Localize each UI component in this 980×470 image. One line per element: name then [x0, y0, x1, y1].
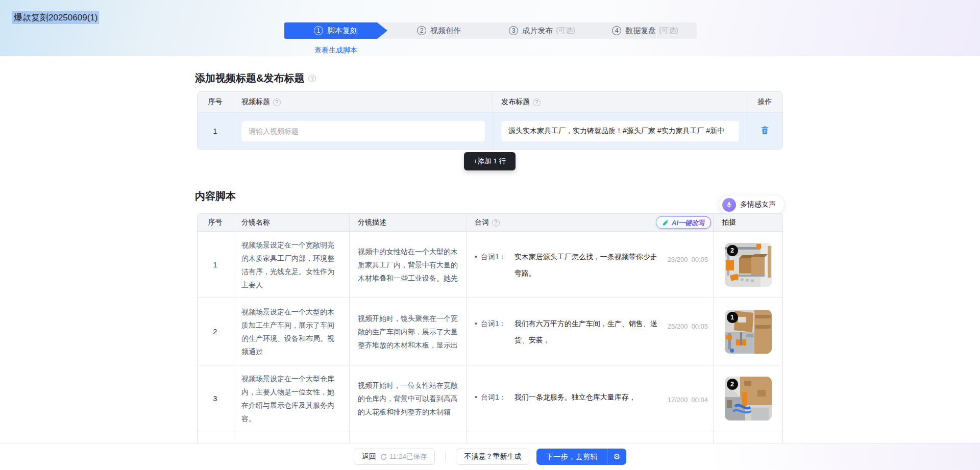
- duration: 00:05: [691, 318, 708, 348]
- dialogue-text[interactable]: 实木家居源头工厂怎么找，一条视频带你少走弯路。: [514, 249, 664, 281]
- help-icon[interactable]: [533, 98, 541, 106]
- column-header-shoot: 拍摄: [713, 214, 782, 231]
- column-header-index: 序号: [198, 92, 233, 112]
- script-row: 1 视频场景设定在一个宽敞明亮的木质家具工厂内部，环境整洁有序，光线充足。女性作…: [198, 231, 782, 298]
- row-index: 1: [198, 113, 233, 149]
- shot-name-cell[interactable]: 视频场景设定在一个大型仓库内，主要人物是一位女性，她在介绍与展示仓库及其服务内容…: [233, 365, 349, 432]
- line-label: 台词1：: [481, 249, 506, 281]
- shot-thumbnail[interactable]: 2: [725, 377, 772, 420]
- duration: 00:05: [691, 252, 708, 281]
- content-script-heading: 内容脚本: [195, 189, 236, 203]
- help-icon[interactable]: [273, 98, 281, 106]
- shot-desc-cell[interactable]: 视频中的女性站在一个大型的木质家具工厂内，背景中有大量的木材堆叠和一些工业设备。…: [349, 232, 466, 298]
- divider: [445, 452, 446, 461]
- shot-name-cell[interactable]: 视频场景设定在一个大型的木质加工生产车间，展示了车间的生产环境、设备和布局。视频…: [233, 298, 349, 365]
- view-generated-script-link[interactable]: 查看生成脚本: [284, 46, 387, 55]
- char-counter: 25/200: [668, 318, 688, 348]
- shot-desc-cell[interactable]: 视频开始时，一位女性站在宽敞的仓库内，背景中可以看到高高的天花板和排列整齐的木制…: [349, 365, 466, 432]
- bullet-icon: [475, 249, 477, 281]
- column-header-actions: 操作: [747, 92, 782, 112]
- step-script-replicate[interactable]: 1 脚本复刻: [284, 22, 387, 39]
- bullet-icon: [475, 315, 477, 348]
- row-index: 3: [198, 365, 233, 432]
- row-index: 1: [198, 232, 233, 298]
- content-script-table: 序号 分镜名称 分镜描述 台词 AI一键改写 拍摄 1: [197, 213, 783, 470]
- trash-icon: [761, 126, 769, 136]
- step-number-circle: 3: [509, 26, 518, 35]
- dialogue-text[interactable]: 我们有六万平方的生产车间，生产、销售、送货、安装，: [514, 315, 664, 348]
- line-label: 台词1：: [481, 389, 506, 408]
- add-row-button[interactable]: +添加 1 行: [464, 152, 516, 170]
- main-content: 添加视频标题&发布标题 序号 视频标题 发布标题 操作 1: [0, 56, 980, 470]
- document-title[interactable]: 爆款复刻20250609(1): [12, 11, 99, 24]
- step-publish[interactable]: 3 成片发布 (可选): [491, 22, 594, 39]
- line-label: 台词1：: [481, 315, 506, 348]
- ai-pen-icon: [662, 219, 669, 226]
- line-meta: 23/200 00:05: [668, 249, 708, 281]
- line-meta: 17/200 00:04: [668, 389, 708, 408]
- row-index: 2: [198, 298, 233, 365]
- titles-table-header: 序号 视频标题 发布标题 操作: [198, 92, 782, 112]
- count-badge: 1: [727, 312, 738, 323]
- titles-table: 序号 视频标题 发布标题 操作 1: [197, 91, 783, 150]
- column-header-publish-title: 发布标题: [493, 92, 747, 112]
- app-window: 爆款复刻20250609(1) 1 脚本复刻 2 视频创作 3 成片发布 (可选…: [0, 0, 980, 470]
- shot-thumbnail[interactable]: 1: [725, 310, 772, 354]
- column-header-shot-name: 分镜名称: [233, 214, 349, 231]
- refresh-icon: [380, 454, 387, 460]
- step-number-circle: 4: [612, 26, 621, 35]
- back-button[interactable]: 返回 11:24已保存: [354, 449, 435, 465]
- autosave-status: 11:24已保存: [380, 452, 427, 461]
- publish-title-input[interactable]: [501, 121, 739, 141]
- char-counter: 17/200: [668, 392, 688, 408]
- line-meta: 25/200 00:05: [668, 315, 708, 348]
- voice-selector[interactable]: 多情感女声: [719, 195, 785, 214]
- count-badge: 2: [727, 245, 738, 256]
- title-row: 1: [198, 112, 782, 149]
- delete-row-button[interactable]: [761, 126, 769, 136]
- column-header-shot-desc: 分镜描述: [349, 214, 466, 231]
- step-number-circle: 2: [417, 26, 426, 35]
- column-header-video-title: 视频标题: [233, 92, 493, 112]
- duration: 00:04: [691, 392, 708, 408]
- script-table-header: 序号 分镜名称 分镜描述 台词 AI一键改写 拍摄: [198, 214, 782, 231]
- shot-thumbnail[interactable]: 2: [725, 243, 772, 287]
- microphone-icon: [722, 198, 736, 212]
- help-icon[interactable]: [492, 219, 500, 227]
- next-step-button[interactable]: 下一步，去剪辑 ⚙: [536, 449, 626, 465]
- script-row: 2 视频场景设定在一个大型的木质加工生产车间，展示了车间的生产环境、设备和布局。…: [198, 298, 782, 365]
- step-data-review[interactable]: 4 数据复盘 (可选): [594, 22, 697, 39]
- column-header-index: 序号: [198, 214, 233, 231]
- stepper: 1 脚本复刻 2 视频创作 3 成片发布 (可选) 4 数据复盘 (可选): [284, 22, 697, 39]
- bullet-icon: [475, 389, 477, 408]
- help-icon[interactable]: [308, 75, 316, 82]
- gear-icon[interactable]: ⚙: [607, 449, 626, 465]
- regenerate-button[interactable]: 不满意？重新生成: [456, 449, 529, 465]
- step-video-create[interactable]: 2 视频创作: [387, 22, 491, 39]
- script-row: 3 视频场景设定在一个大型仓库内，主要人物是一位女性，她在介绍与展示仓库及其服务…: [198, 365, 782, 432]
- column-header-lines: 台词 AI一键改写: [466, 214, 713, 231]
- char-counter: 23/200: [668, 252, 688, 281]
- step-number-circle: 1: [314, 26, 323, 35]
- count-badge: 2: [727, 379, 738, 390]
- ai-rewrite-button[interactable]: AI一键改写: [656, 216, 711, 229]
- shot-name-cell[interactable]: 视频场景设定在一个宽敞明亮的木质家具工厂内部，环境整洁有序，光线充足。女性作为主…: [233, 232, 349, 298]
- dialogue-text[interactable]: 我们一条龙服务。独立仓库大量库存，: [514, 389, 664, 408]
- shot-desc-cell[interactable]: 视频开始时，镜头聚焦在一个宽敞的生产车间内部，展示了大量整齐堆放的木材和木板，显…: [349, 298, 466, 365]
- titles-section-heading: 添加视频标题&发布标题: [195, 71, 316, 85]
- footer-bar: 返回 11:24已保存 不满意？重新生成 下一步，去剪辑 ⚙: [0, 443, 980, 470]
- video-title-input[interactable]: [241, 121, 485, 141]
